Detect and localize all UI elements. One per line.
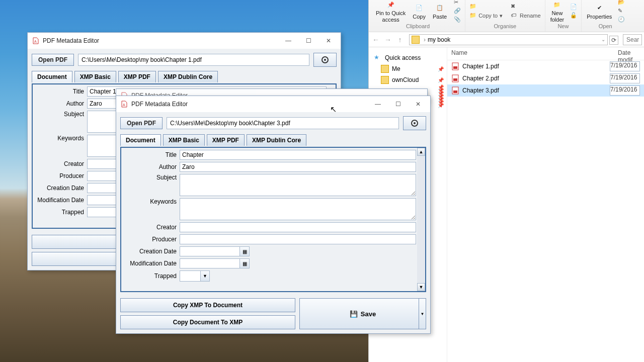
maximize-button[interactable]: ☐ [388, 97, 408, 111]
sidebar-item-me[interactable]: Me 📌 [369, 63, 447, 74]
file-list: Name Date modif Chapter 1.pdf 7/19/2016 … [447, 47, 644, 362]
tab-xmp-pdf[interactable]: XMP PDF [118, 71, 156, 82]
copy-xmp-button[interactable]: Copy XMP To Document [120, 298, 295, 312]
label-title: Title [35, 88, 87, 95]
close-button[interactable]: ✕ [318, 34, 339, 48]
label-keywords: Keywords [35, 135, 87, 142]
settings-button[interactable] [403, 116, 426, 130]
cut-button[interactable]: ✂ [452, 0, 463, 7]
edit-icon: ✎ [618, 8, 625, 15]
open-icon: 📂 [618, 0, 625, 6]
save-dropdown[interactable]: ▼ [419, 299, 426, 329]
column-header-date[interactable]: Date modif [614, 47, 644, 60]
open-button[interactable]: 📂 [616, 0, 627, 7]
copypath-button[interactable]: 🔗 [452, 7, 463, 15]
tab-xmp-basic[interactable]: XMP Basic [163, 134, 205, 146]
app-logo-icon: A [120, 100, 128, 108]
file-name: Chapter 3.pdf [462, 87, 610, 94]
file-row[interactable]: Chapter 3.pdf 7/19/2016 [447, 84, 644, 97]
copy-doc-button[interactable]: Copy Document To XMP [120, 315, 295, 329]
breadcrumb[interactable]: › my book ⌄ ⟳ [409, 34, 608, 45]
copy-label: Copy [413, 14, 426, 20]
properties-button[interactable]: ✔ Properties [584, 2, 615, 21]
file-row[interactable]: Chapter 1.pdf 7/19/2016 [447, 60, 644, 72]
scroll-down-button[interactable]: ▼ [417, 283, 425, 291]
tab-xmp-pdf[interactable]: XMP PDF [207, 134, 245, 146]
title-field[interactable] [180, 150, 416, 160]
search-input[interactable]: Sear [623, 34, 642, 45]
date-picker-button[interactable]: ▦ [239, 246, 250, 256]
pasteshortcut-button[interactable]: 📎 [452, 16, 463, 24]
delete-icon: ✖ [511, 3, 518, 10]
subject-field[interactable] [180, 174, 416, 196]
producer-field[interactable] [180, 234, 416, 244]
close-button[interactable]: ✕ [408, 97, 428, 111]
back-button[interactable]: ← [371, 35, 381, 45]
copyto-button[interactable]: 📁Copy to ▾ [467, 12, 505, 20]
tab-xmp-dublin[interactable]: XMP Dublin Core [158, 71, 218, 82]
titlebar[interactable]: A PDF Metadata Editor — ☐ ✕ [28, 33, 341, 49]
pin-to-quick-access-button[interactable]: 📌 Pin to Quick access [373, 0, 409, 24]
creation-date-field[interactable] [180, 246, 240, 256]
file-row[interactable]: Chapter 2.pdf 7/19/2016 [447, 72, 644, 84]
date-picker-button[interactable]: ▦ [239, 258, 250, 268]
label-creation-date: Creation Date [35, 185, 87, 192]
newfolder-label: New folder [550, 10, 565, 22]
pin-icon: 📌 [438, 66, 444, 72]
settings-button[interactable] [313, 53, 337, 67]
titlebar[interactable]: A PDF Metadata Editor — ☐ ✕ [116, 96, 430, 112]
open-pdf-button[interactable]: Open PDF [32, 54, 74, 66]
scrollbar[interactable]: ▲ ▼ [417, 148, 425, 291]
tab-document[interactable]: Document [120, 134, 161, 146]
refresh-button[interactable]: ⟳ [609, 36, 618, 45]
pdf-icon [451, 74, 459, 82]
rename-button[interactable]: 🏷Rename [509, 12, 543, 20]
file-path-input[interactable] [167, 117, 399, 129]
up-button[interactable]: ↑ [395, 35, 405, 45]
open-pdf-button[interactable]: Open PDF [120, 117, 163, 129]
path-icon: 🔗 [454, 8, 461, 15]
edit-button[interactable]: ✎ [616, 7, 627, 15]
ribbon-group-organise: Organise [494, 22, 517, 30]
save-label: Save [361, 310, 376, 318]
newitem-button[interactable]: 📄 [568, 3, 579, 11]
paste-button[interactable]: 📋 Paste [430, 2, 450, 21]
maximize-button[interactable]: ☐ [298, 34, 318, 48]
column-header-name[interactable]: Name [447, 47, 614, 60]
new-folder-button[interactable]: 📁 New folder [547, 0, 568, 24]
history-button[interactable]: 🕘 [616, 16, 627, 24]
forward-button[interactable]: → [383, 35, 393, 45]
easyaccess-button[interactable]: 🔓 [568, 12, 579, 20]
shortcut-icon: 📎 [454, 16, 461, 23]
sidebar-item-owncloud[interactable]: ownCloud 📌 [369, 74, 447, 85]
chevron-down-icon[interactable]: ⌄ [601, 37, 605, 42]
author-field[interactable] [180, 162, 416, 172]
scroll-up-button[interactable]: ▲ [417, 148, 425, 156]
file-path-input[interactable] [78, 54, 309, 66]
history-icon: 🕘 [618, 16, 625, 23]
keywords-field[interactable] [180, 198, 416, 220]
svg-rect-5 [453, 90, 457, 93]
tab-xmp-dublin[interactable]: XMP Dublin Core [247, 134, 306, 146]
moveto-button[interactable]: 📁 [467, 3, 505, 11]
copy-button[interactable]: 📄 Copy [410, 2, 429, 21]
save-button[interactable]: 💾 Save ▼ [299, 298, 426, 329]
modification-date-field[interactable] [180, 258, 240, 268]
copyto-label: Copy to [478, 13, 498, 19]
easyaccess-icon: 🔓 [570, 12, 577, 19]
rename-label: Rename [520, 13, 541, 19]
svg-point-13 [414, 122, 416, 124]
minimize-button[interactable]: — [278, 34, 298, 48]
breadcrumb-segment[interactable]: my book [428, 36, 450, 43]
rename-icon: 🏷 [511, 12, 518, 19]
delete-button[interactable]: ✖ [509, 3, 543, 11]
tab-document[interactable]: Document [32, 71, 72, 82]
minimize-button[interactable]: — [368, 97, 388, 111]
tab-xmp-basic[interactable]: XMP Basic [74, 71, 116, 82]
ribbon-group-clipboard: Clipboard [406, 22, 430, 30]
creator-field[interactable] [180, 222, 416, 232]
sidebar-item-quick-access[interactable]: ★ Quick access [369, 52, 447, 63]
bottom-bar: Copy XMP To Document Copy Document To XM… [116, 295, 430, 333]
label-author: Author [123, 163, 180, 170]
trapped-select[interactable]: ▼ [180, 270, 210, 282]
